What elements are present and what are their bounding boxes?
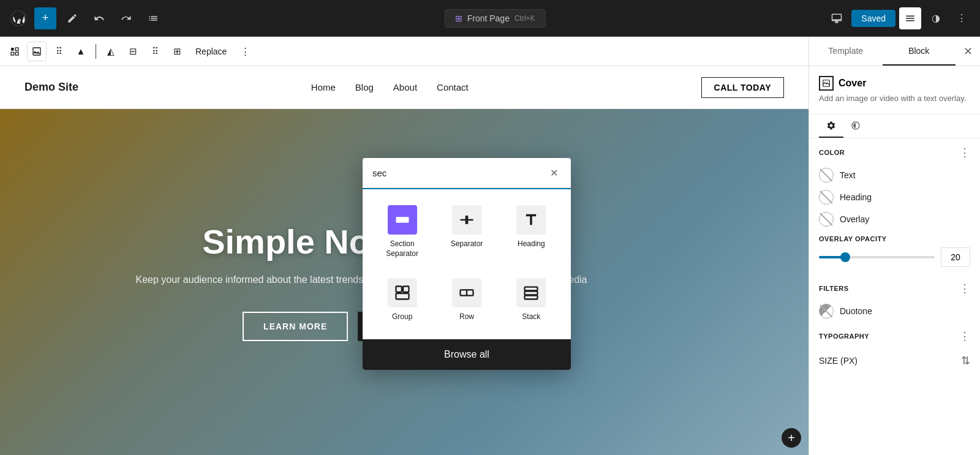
- settings-tab[interactable]: [819, 115, 843, 138]
- block-dots-btn[interactable]: ⠿: [145, 42, 165, 61]
- filters-more-btn[interactable]: ⋮: [959, 282, 970, 295]
- duotone-swatch[interactable]: [819, 304, 834, 318]
- svg-rect-6: [396, 217, 409, 222]
- heading-icon: [516, 205, 546, 235]
- svg-rect-1: [11, 48, 14, 51]
- color-section-header: Color ⋮: [809, 138, 980, 164]
- section-separator-icon: [388, 205, 417, 235]
- svg-rect-9: [403, 287, 409, 292]
- stack-label: Stack: [522, 312, 540, 322]
- add-block-toolbar-btn[interactable]: +: [34, 7, 56, 29]
- panel-block-title: Cover: [819, 76, 970, 91]
- redo-btn[interactable]: [115, 7, 137, 29]
- separator-label: Separator: [451, 239, 483, 249]
- main-area: ⠿ ▲ ◭ ⊟ ⠿ ⊞ Replace ⋮ Demo Site Home Blo…: [0, 37, 980, 455]
- block-more-btn[interactable]: ⋮: [235, 42, 255, 61]
- block-move-up-btn[interactable]: ▲: [71, 42, 91, 61]
- page-icon: ⊞: [455, 13, 462, 23]
- page-shortcut: Ctrl+K: [514, 14, 535, 23]
- desktop-view-btn[interactable]: [826, 7, 848, 29]
- typography-size-row: SIZE (PX) ⇅: [809, 348, 980, 374]
- list-view-btn[interactable]: [142, 7, 164, 29]
- filters-section-header: Filters ⋮: [809, 274, 980, 300]
- nav-home[interactable]: Home: [311, 82, 336, 92]
- block-item-group[interactable]: Group: [372, 271, 432, 329]
- typography-size-icon[interactable]: ⇅: [961, 354, 970, 367]
- wp-logo[interactable]: [7, 7, 29, 29]
- typography-more-btn[interactable]: ⋮: [959, 329, 970, 343]
- svg-rect-14: [525, 291, 538, 295]
- learn-more-btn[interactable]: LEARN MORE: [243, 312, 348, 341]
- call-today-btn[interactable]: CALL TODAY: [701, 77, 784, 98]
- svg-rect-15: [525, 296, 538, 299]
- overlay-color-swatch[interactable]: [819, 212, 834, 227]
- color-section-title: Color: [819, 149, 845, 156]
- nav-about[interactable]: About: [393, 82, 417, 92]
- overlay-opacity-label: OVERLAY OPACITY: [819, 235, 970, 243]
- color-more-btn[interactable]: ⋮: [959, 146, 970, 159]
- block-description: Add an image or video with a text overla…: [819, 93, 970, 104]
- svg-rect-2: [15, 48, 18, 51]
- canvas-area: ⠿ ▲ ◭ ⊟ ⠿ ⊞ Replace ⋮ Demo Site Home Blo…: [0, 37, 809, 455]
- typography-section: Typography ⋮ SIZE (PX) ⇅: [809, 322, 980, 374]
- block-item-section-separator[interactable]: Section Separator: [372, 198, 432, 266]
- more-options-btn[interactable]: ⋮: [951, 7, 973, 29]
- opacity-slider[interactable]: [819, 256, 935, 258]
- duotone-label: Duotone: [840, 306, 872, 316]
- contrast-btn[interactable]: ◑: [925, 7, 947, 29]
- page-indicator[interactable]: ⊞ Front Page Ctrl+K: [445, 9, 546, 28]
- block-toolbar: ⠿ ▲ ◭ ⊟ ⠿ ⊞ Replace ⋮: [0, 37, 809, 66]
- panel-close-btn[interactable]: ✕: [956, 37, 980, 66]
- block-item-row[interactable]: Row: [437, 271, 496, 329]
- text-color-label: Text: [840, 170, 856, 180]
- heading-color-swatch[interactable]: [819, 190, 834, 205]
- sidebar-toggle-btn[interactable]: [899, 7, 921, 29]
- heading-color-label: Heading: [840, 192, 872, 202]
- color-overlay-row: Overlay: [809, 208, 980, 230]
- row-label: Row: [459, 312, 474, 322]
- opacity-value[interactable]: 20: [941, 247, 970, 267]
- search-clear-btn[interactable]: ✕: [546, 165, 561, 180]
- block-full-width-btn[interactable]: ⊞: [167, 42, 187, 61]
- right-toolbar-area: Saved ◑ ⋮: [826, 7, 973, 29]
- block-item-separator[interactable]: Separator: [437, 198, 496, 266]
- heading-label: Heading: [518, 239, 545, 249]
- svg-rect-5: [33, 48, 40, 55]
- block-name-label: Cover: [839, 78, 866, 89]
- filters-section-title: Filters: [819, 285, 849, 292]
- nav-contact[interactable]: Contact: [437, 82, 469, 92]
- panel-inner-tabs: [809, 115, 980, 138]
- block-drag-btn[interactable]: ⠿: [49, 42, 69, 61]
- toolbar-sep-1: [96, 44, 96, 59]
- hero-cover: Simple Nova studio Keep your audience in…: [0, 109, 809, 455]
- add-block-canvas-btn[interactable]: +: [782, 428, 801, 448]
- site-header: Demo Site Home Blog About Contact CALL T…: [0, 66, 809, 109]
- text-color-swatch[interactable]: [819, 168, 834, 182]
- panel-tabs: Template Block ✕: [809, 37, 980, 66]
- block-align-center-btn[interactable]: ⊟: [123, 42, 143, 61]
- block-select-btn[interactable]: [5, 42, 24, 61]
- block-align-left-btn[interactable]: ◭: [101, 42, 121, 61]
- duotone-row: Duotone: [809, 300, 980, 322]
- block-grid: Section Separator Separator: [363, 188, 571, 339]
- overlay-color-label: Overlay: [840, 214, 869, 224]
- block-item-stack[interactable]: Stack: [502, 271, 561, 329]
- tab-template[interactable]: Template: [809, 37, 883, 66]
- color-heading-row: Heading: [809, 186, 980, 208]
- block-search-input[interactable]: [372, 168, 541, 178]
- style-tab[interactable]: [843, 115, 868, 138]
- block-item-heading[interactable]: Heading: [502, 198, 561, 266]
- saved-btn[interactable]: Saved: [851, 10, 895, 27]
- undo-btn[interactable]: [88, 7, 110, 29]
- block-image-btn[interactable]: [27, 42, 47, 61]
- tab-block[interactable]: Block: [883, 37, 956, 66]
- browse-all-btn[interactable]: Browse all: [363, 339, 571, 370]
- filters-section: Filters ⋮ Duotone: [809, 274, 980, 322]
- search-input-row: ✕: [363, 158, 571, 188]
- svg-rect-10: [396, 293, 409, 299]
- pen-tool-btn[interactable]: [61, 7, 83, 29]
- section-separator-label: Section Separator: [377, 239, 427, 258]
- svg-rect-7: [466, 216, 469, 224]
- replace-btn[interactable]: Replace: [189, 44, 233, 59]
- nav-blog[interactable]: Blog: [355, 82, 374, 92]
